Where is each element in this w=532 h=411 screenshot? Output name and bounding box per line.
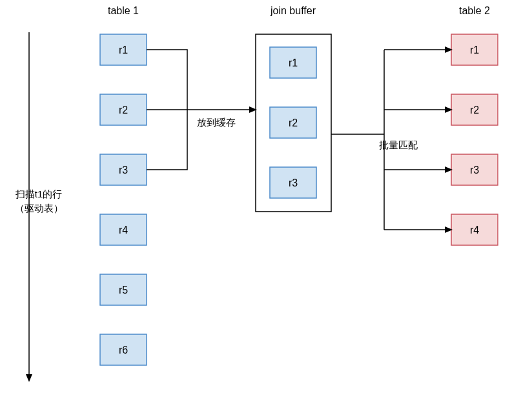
connector-to-table2: 批量匹配 [331, 50, 451, 230]
table2-row-label: r4 [470, 225, 479, 236]
table1-row-label: r2 [119, 105, 128, 115]
edge-label-to-buffer: 放到缓存 [197, 117, 236, 128]
scan-label-line2: （驱动表） [15, 203, 63, 214]
table1-row-label: r1 [119, 45, 128, 55]
buffer-row-label: r2 [289, 117, 298, 128]
buffer-row-label: r3 [289, 177, 298, 188]
table1-row-label: r5 [119, 285, 128, 296]
table1-rows: r1 r2 r3 r4 r5 r6 [100, 34, 147, 365]
buffer-row-label: r1 [289, 57, 298, 68]
table2-row-label: r1 [470, 45, 479, 55]
table1-row-label: r6 [119, 345, 128, 356]
connector-to-buffer: 放到缓存 [147, 50, 256, 170]
table1-row-label: r3 [119, 165, 128, 175]
diagram-canvas: table 1 join buffer table 2 扫描t1的行 （驱动表）… [0, 0, 532, 411]
table2-row-label: r2 [470, 105, 479, 115]
table1-row-label: r4 [119, 225, 128, 236]
edge-label-to-table2: 批量匹配 [379, 139, 418, 150]
header-table2: table 2 [459, 5, 490, 16]
table2-rows: r1 r2 r3 r4 [451, 34, 498, 245]
header-join-buffer: join buffer [270, 5, 316, 16]
table2-row-label: r3 [470, 165, 479, 175]
scan-label-line1: 扫描t1的行 [15, 188, 63, 199]
header-table1: table 1 [108, 5, 139, 16]
buffer-rows: r1 r2 r3 [270, 47, 316, 198]
